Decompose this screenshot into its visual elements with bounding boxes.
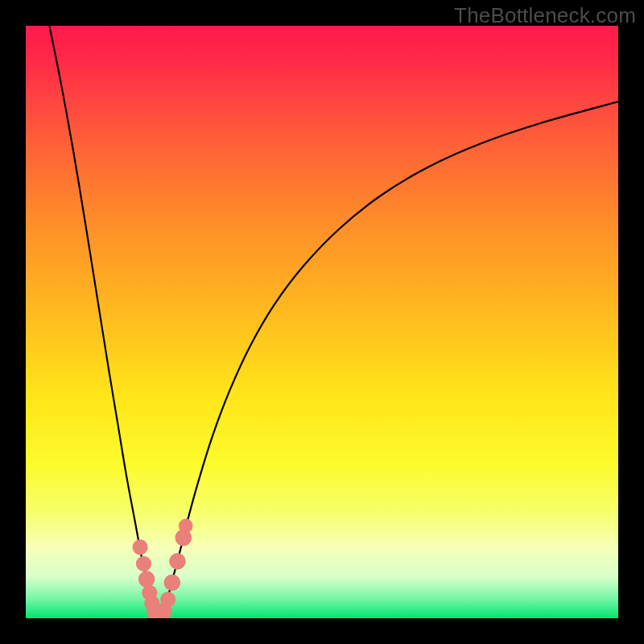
bead — [132, 539, 147, 555]
bead — [169, 553, 186, 570]
bead — [136, 556, 151, 572]
bead — [163, 575, 180, 592]
watermark-text: TheBottleneck.com — [454, 3, 636, 28]
bead — [160, 592, 175, 607]
bead — [138, 571, 155, 588]
gradient-background — [26, 26, 618, 618]
plot-area — [26, 26, 618, 618]
bead — [179, 518, 193, 533]
outer-frame: TheBottleneck.com — [0, 0, 644, 644]
chart-svg — [26, 26, 618, 618]
